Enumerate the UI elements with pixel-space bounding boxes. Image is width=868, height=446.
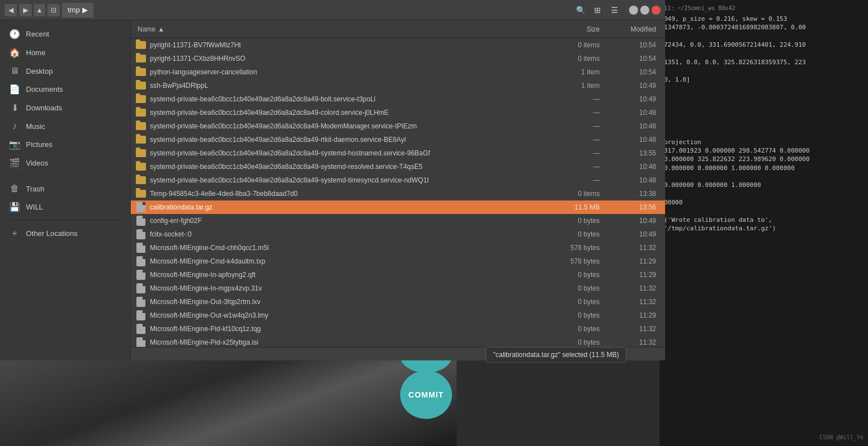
nav-up-button[interactable]: ▲ xyxy=(34,4,45,16)
folder-icon xyxy=(135,134,147,145)
table-row[interactable]: systemd-private-bea6c0bcc1cb40e49ae2d6a8… xyxy=(131,106,665,119)
table-row[interactable]: systemd-private-bea6c0bcc1cb40e49ae2d6a8… xyxy=(131,160,665,173)
file-manager-window: ◀ ▶ ▲ ⊟ tmp ▶ 🔍 ⊞ ☰ 🕐 Recent xyxy=(0,0,665,360)
file-name: pyright-11371-CXbz8HHRnvSO xyxy=(150,55,537,63)
file-name: systemd-private-bea6c0bcc1cb40e49ae2d6a8… xyxy=(150,149,537,157)
sidebar-item-pictures[interactable]: 📷 Pictures xyxy=(0,135,130,154)
size-column-header[interactable]: Size xyxy=(537,25,604,33)
file-name: Microsoft-MIEngine-Pid-kf10cq1z.tqg xyxy=(150,325,537,333)
table-row[interactable]: Microsoft-MIEngine-Out-w1w4q2n3.lmy0 byt… xyxy=(131,309,665,322)
table-row[interactable]: pyright-11371-CXbz8HHRnvSO0 items10:54 xyxy=(131,52,665,65)
folder-icon xyxy=(135,148,147,159)
file-modified: 10:49 xyxy=(604,82,661,90)
videos-icon: 🎬 xyxy=(9,158,20,168)
sidebar-item-label: Trash xyxy=(26,185,45,193)
title-bar-nav: ◀ ▶ ▲ ⊟ tmp ▶ xyxy=(5,3,94,17)
modified-column-label: Modified xyxy=(631,25,656,33)
desktop-icon: 🖥 xyxy=(9,66,20,76)
maximize-button[interactable] xyxy=(640,6,649,15)
file-modified: 13:38 xyxy=(604,190,661,198)
file-size: 1 item xyxy=(537,82,604,90)
folder-icon xyxy=(135,80,147,91)
sidebar-item-downloads[interactable]: ⬇ Downloads xyxy=(0,99,130,117)
nav-back-button[interactable]: ◀ xyxy=(5,4,17,16)
table-row[interactable]: Microsoft-MIEngine-In-mgpx4zvp.31v0 byte… xyxy=(131,282,665,295)
table-row[interactable]: calibrationdata.tar.gz11.5 MB13:56 xyxy=(131,200,665,214)
file-icon xyxy=(135,229,147,240)
table-row[interactable]: Microsoft-MIEngine-Pid-x25tybga.isi0 byt… xyxy=(131,336,665,347)
table-row[interactable]: systemd-private-bea6c0bcc1cb40e49ae2d6a8… xyxy=(131,173,665,187)
file-icon xyxy=(135,296,147,307)
table-row[interactable]: systemd-private-bea6c0bcc1cb40e49ae2d6a8… xyxy=(131,146,665,160)
file-name: fcitx-socket-:0 xyxy=(150,230,537,238)
sidebar-item-will[interactable]: 💾 WILL xyxy=(0,198,130,216)
main-content: 🕐 Recent 🏠 Home 🖥 Desktop 📄 Documents ⬇ … xyxy=(0,20,665,360)
nav-history-button[interactable]: ⊟ xyxy=(47,4,60,16)
sidebar-item-other-locations[interactable]: ＋ Other Locations xyxy=(0,224,130,243)
file-size: 578 bytes xyxy=(537,257,604,265)
table-row[interactable]: config-err-fgh02F0 bytes10:49 xyxy=(131,214,665,228)
terminal-line: 0, 1.0] xyxy=(664,75,863,84)
table-row[interactable]: Microsoft-MIEngine-Cmd-chh0qcc1.m5l578 b… xyxy=(131,241,665,255)
file-name: ssh-BwPja4DRlppL xyxy=(150,82,537,90)
grid-view-button[interactable]: ⊞ xyxy=(591,3,604,17)
file-modified: 13:56 xyxy=(604,203,661,211)
sidebar-item-music[interactable]: ♪ Music xyxy=(0,117,130,135)
breadcrumb-button[interactable]: tmp ▶ xyxy=(62,3,94,17)
commit-button[interactable]: COMMIT xyxy=(400,371,452,419)
sidebar-item-videos[interactable]: 🎬 Videos xyxy=(0,154,130,172)
sidebar-item-label: Downloads xyxy=(26,104,62,112)
search-button[interactable]: 🔍 xyxy=(574,3,587,17)
table-row[interactable]: systemd-private-bea6c0bcc1cb40e49ae2d6a8… xyxy=(131,92,665,106)
file-icon xyxy=(135,310,147,321)
documents-icon: 📄 xyxy=(9,84,20,95)
minimize-button[interactable] xyxy=(629,6,638,15)
close-button[interactable] xyxy=(652,6,661,15)
table-row[interactable]: ssh-BwPja4DRlppL1 item10:49 xyxy=(131,79,665,92)
file-modified: 10:48 xyxy=(604,136,661,144)
sidebar-item-recent[interactable]: 🕐 Recent xyxy=(0,25,130,43)
file-name: systemd-private-bea6c0bcc1cb40e49ae2d6a8… xyxy=(150,163,537,171)
file-icon xyxy=(135,323,147,334)
sidebar-item-desktop[interactable]: 🖥 Desktop xyxy=(0,62,130,80)
table-row[interactable]: Microsoft-MIEngine-In-apfoyng2.qft0 byte… xyxy=(131,268,665,282)
table-row[interactable]: systemd-private-bea6c0bcc1cb40e49ae2d6a8… xyxy=(131,119,665,133)
terminal-line: 0.000000 325.822632 223.989620 0.000000 xyxy=(664,155,863,163)
terminal-line xyxy=(664,32,863,41)
nav-forward-button[interactable]: ▶ xyxy=(19,4,32,16)
table-row[interactable]: python-languageserver-cancellation1 item… xyxy=(131,65,665,79)
terminal-line: 049, p_size = 0.216, skew = 0.153 xyxy=(664,15,863,23)
terminal-line: 1347873, -0.00037248168982083807, 0.00 xyxy=(664,23,863,32)
file-name: systemd-private-bea6c0bcc1cb40e49ae2d6a8… xyxy=(150,95,537,103)
column-headers: Name ▲ Size Modified xyxy=(131,20,665,38)
table-row[interactable]: pyright-11371-BV7fWwMIz7Ht0 items10:54 xyxy=(131,38,665,52)
selection-tooltip: "calibrationdata.tar.gz" selected (11.5 … xyxy=(486,347,626,363)
recent-icon: 🕐 xyxy=(9,29,20,39)
file-name: Microsoft-MIEngine-Pid-x25tybga.isi xyxy=(150,338,537,346)
table-row[interactable]: Microsoft-MIEngine-Cmd-k4daultm.txp578 b… xyxy=(131,255,665,268)
file-size: 0 bytes xyxy=(537,217,604,225)
folder-icon xyxy=(135,39,147,51)
terminal-line xyxy=(664,172,863,181)
modified-column-header[interactable]: Modified xyxy=(604,25,661,33)
sidebar-item-home[interactable]: 🏠 Home xyxy=(0,43,130,62)
terminal-title: 11: ~/25omni_ws 80x42 xyxy=(664,5,863,12)
table-row[interactable]: Microsoft-MIEngine-Pid-kf10cq1z.tqg0 byt… xyxy=(131,322,665,336)
menu-button[interactable]: ☰ xyxy=(608,3,621,17)
file-icon xyxy=(135,242,147,253)
table-row[interactable]: Microsoft-MIEngine-Out-3fqp2rtm.lxv0 byt… xyxy=(131,295,665,309)
terminal-line xyxy=(664,66,863,75)
sidebar-item-documents[interactable]: 📄 Documents xyxy=(0,80,130,99)
name-column-header[interactable]: Name ▲ xyxy=(135,25,537,33)
file-modified: 11:32 xyxy=(604,298,661,306)
sidebar-divider-2 xyxy=(9,220,121,220)
folder-icon xyxy=(135,66,147,78)
terminal-line: 00000 xyxy=(664,198,863,207)
table-row[interactable]: Temp-945854c3-4e8e-4ded-8ba3-7beb8daad7d… xyxy=(131,187,665,200)
table-row[interactable]: systemd-private-bea6c0bcc1cb40e49ae2d6a8… xyxy=(131,133,665,146)
table-row[interactable]: fcitx-socket-:00 bytes10:49 xyxy=(131,228,665,241)
file-name: Microsoft-MIEngine-In-mgpx4zvp.31v xyxy=(150,284,537,292)
sidebar-item-trash[interactable]: 🗑 Trash xyxy=(0,180,130,198)
file-name: systemd-private-bea6c0bcc1cb40e49ae2d6a8… xyxy=(150,176,537,184)
terminal-line xyxy=(664,50,863,58)
